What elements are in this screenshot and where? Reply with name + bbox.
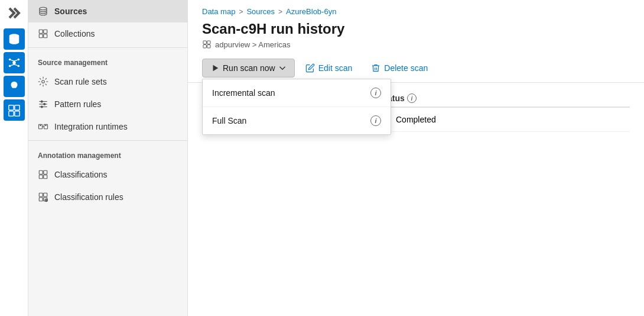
- svg-rect-31: [44, 170, 47, 174]
- sidebar-item-classifications-label: Classifications: [54, 170, 107, 179]
- sidebar-item-scan-rule-sets[interactable]: Scan rule sets: [28, 70, 187, 93]
- status-completed-label: Completed: [396, 115, 436, 124]
- svg-rect-43: [203, 45, 206, 48]
- breadcrumb: Data map > Sources > AzureBlob-6yn: [188, 0, 644, 16]
- svg-rect-32: [39, 175, 43, 179]
- breadcrumb-sources[interactable]: Sources: [246, 7, 275, 16]
- full-scan-info-icon[interactable]: i: [370, 115, 381, 126]
- incremental-scan-info-icon[interactable]: i: [370, 88, 381, 98]
- scan-run-status: ✓ Completed: [379, 114, 497, 125]
- sidebar-item-integration-runtimes-label: Integration runtimes: [54, 122, 128, 131]
- edit-scan-button[interactable]: Edit scan: [297, 59, 361, 77]
- trash-icon: [371, 63, 380, 73]
- sidebar-item-collections[interactable]: Collections: [28, 22, 187, 45]
- run-scan-dropdown-menu: Incremental scan i Full Scan i: [202, 79, 391, 135]
- svg-rect-34: [39, 193, 43, 196]
- play-icon: [211, 64, 219, 72]
- subtitle-text: adpurview > Americas: [215, 40, 291, 49]
- svg-point-4: [8, 65, 11, 67]
- chevron-down-icon: [279, 65, 286, 72]
- svg-rect-35: [44, 193, 47, 196]
- svg-rect-30: [39, 170, 43, 174]
- insights-icon[interactable]: [4, 76, 25, 97]
- svg-rect-10: [8, 105, 13, 110]
- network-icon[interactable]: [4, 52, 25, 73]
- svg-point-1: [12, 61, 16, 65]
- sidebar: Sources Collections Source management Sc…: [28, 0, 188, 316]
- breadcrumb-sep-2: >: [278, 8, 282, 16]
- sidebar-item-scan-rule-sets-label: Scan rule sets: [54, 77, 107, 86]
- page-title: Scan-c9H run history: [202, 21, 630, 37]
- svg-point-25: [41, 106, 43, 108]
- collection-icon: [202, 40, 212, 49]
- svg-line-8: [11, 65, 14, 66]
- sidebar-item-classification-rules[interactable]: Classification rules: [28, 186, 187, 208]
- page-subtitle: adpurview > Americas: [202, 40, 630, 49]
- svg-rect-42: [207, 41, 210, 44]
- breadcrumb-azureblob[interactable]: AzureBlob-6yn: [286, 7, 336, 16]
- toolbar: Run scan now Incremental scan i Full Sca…: [188, 59, 644, 83]
- svg-point-28: [40, 125, 41, 126]
- run-scan-label: Run scan now: [223, 63, 275, 73]
- delete-scan-button[interactable]: Delete scan: [363, 59, 436, 77]
- svg-point-23: [41, 101, 43, 102]
- svg-rect-41: [203, 41, 206, 44]
- svg-rect-15: [39, 30, 43, 33]
- svg-line-6: [11, 60, 14, 61]
- run-scan-dropdown-wrapper: Run scan now Incremental scan i Full Sca…: [202, 59, 295, 78]
- pencil-icon: [305, 63, 315, 73]
- breadcrumb-data-map[interactable]: Data map: [202, 7, 235, 16]
- annotation-management-header: Annotation management: [28, 143, 187, 163]
- svg-rect-44: [207, 45, 210, 48]
- svg-point-2: [8, 59, 11, 61]
- full-scan-label: Full Scan: [212, 116, 246, 125]
- svg-point-29: [45, 125, 47, 126]
- col-header-status: Status i: [379, 93, 497, 103]
- svg-marker-45: [213, 65, 219, 72]
- status-column-info-icon[interactable]: i: [407, 93, 417, 103]
- svg-rect-17: [39, 34, 43, 38]
- breadcrumb-sep-1: >: [239, 8, 243, 16]
- run-scan-now-button[interactable]: Run scan now: [202, 59, 295, 78]
- svg-rect-11: [14, 105, 19, 110]
- svg-line-9: [14, 65, 18, 66]
- svg-rect-12: [8, 111, 13, 116]
- svg-point-24: [44, 104, 45, 105]
- sidebar-item-pattern-rules[interactable]: Pattern rules: [28, 93, 187, 115]
- svg-rect-16: [44, 30, 47, 33]
- svg-rect-33: [44, 175, 47, 179]
- sidebar-item-classifications[interactable]: Classifications: [28, 163, 187, 186]
- delete-scan-label: Delete scan: [384, 63, 428, 73]
- management-icon[interactable]: [4, 99, 25, 121]
- sidebar-item-sources[interactable]: Sources: [28, 0, 187, 22]
- edit-scan-label: Edit scan: [318, 63, 353, 73]
- svg-rect-18: [44, 34, 47, 38]
- sidebar-item-pattern-rules-label: Pattern rules: [54, 99, 101, 109]
- full-scan-item[interactable]: Full Scan i: [203, 107, 391, 134]
- expand-button[interactable]: [5, 5, 24, 21]
- incremental-scan-item[interactable]: Incremental scan i: [203, 79, 391, 107]
- page-header: Scan-c9H run history adpurview > America…: [188, 16, 644, 59]
- sidebar-item-classification-rules-label: Classification rules: [54, 192, 123, 202]
- icon-rail: [0, 0, 28, 316]
- svg-rect-36: [39, 198, 43, 201]
- sidebar-item-collections-label: Collections: [54, 29, 95, 38]
- source-management-header: Source management: [28, 50, 187, 70]
- incremental-scan-label: Incremental scan: [212, 88, 275, 98]
- sidebar-item-sources-label: Sources: [54, 7, 87, 16]
- sidebar-item-integration-runtimes[interactable]: Integration runtimes: [28, 115, 187, 138]
- svg-line-7: [14, 60, 18, 61]
- main-content: Data map > Sources > AzureBlob-6yn Scan-…: [188, 0, 644, 316]
- svg-point-5: [17, 65, 19, 67]
- svg-point-3: [17, 59, 19, 61]
- svg-point-14: [40, 7, 47, 10]
- svg-point-19: [42, 80, 45, 83]
- data-map-icon[interactable]: [4, 28, 25, 50]
- svg-rect-13: [14, 111, 19, 116]
